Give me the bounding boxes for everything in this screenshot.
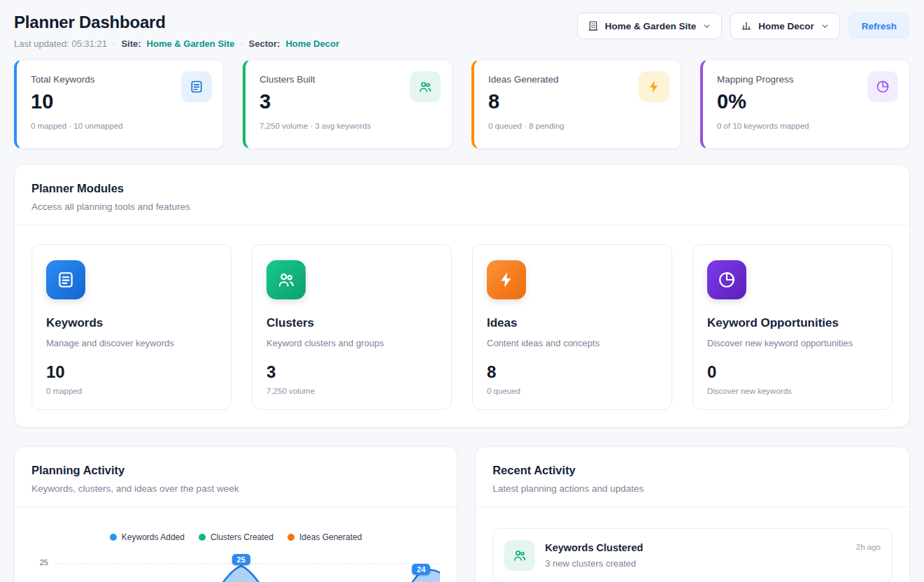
legend-item-ideas-generated: Ideas Generated (287, 532, 362, 542)
document-icon (46, 260, 85, 299)
module-card-keyword-opportunities[interactable]: Keyword Opportunities Discover new keywo… (692, 244, 893, 410)
site-link[interactable]: Home & Garden Site (147, 38, 235, 49)
chevron-down-icon (702, 22, 711, 31)
stat-card-mapping-progress: Mapping Progress 0% 0 of 10 keywords map… (700, 59, 910, 149)
section-subtitle: Keywords, clusters, and ideas over the p… (31, 483, 440, 494)
legend-label: Ideas Generated (299, 532, 362, 542)
section-subtitle: Latest planning actions and updates (492, 483, 893, 494)
module-value: 0 (707, 362, 878, 382)
section-subtitle: Access all planning tools and features (31, 201, 893, 212)
lightning-icon (639, 71, 669, 102)
document-icon (181, 71, 212, 102)
sector-selector-value: Home Decor (758, 21, 814, 31)
users-icon (266, 260, 306, 299)
legend-item-keywords-added: Keywords Added (110, 532, 185, 542)
activity-description: 3 new clusters created (545, 558, 643, 569)
site-label: Site: (121, 38, 141, 49)
header-heading: Planner Dashboard Last updated: 05:31:21… (14, 13, 339, 49)
page-title: Planner Dashboard (14, 13, 339, 32)
modules-grid: Keywords Manage and discover keywords 10… (31, 244, 893, 410)
stat-detail: 0 of 10 keywords mapped (717, 122, 895, 130)
site-selector-dropdown[interactable]: Home & Garden Site (577, 13, 723, 39)
module-card-keywords[interactable]: Keywords Manage and discover keywords 10… (31, 244, 232, 410)
section-title: Planning Activity (31, 464, 440, 477)
module-title: Ideas (487, 316, 658, 330)
module-detail: Discover new keywords (707, 387, 878, 395)
recent-activity-panel: Recent Activity Latest planning actions … (475, 446, 910, 582)
chart-y-axis: 25 (31, 553, 55, 582)
header-controls: Home & Garden Site Home Decor Refresh (577, 13, 910, 39)
building-icon (588, 20, 599, 31)
stat-detail: 7,250 volume · 3 avg keywords (260, 122, 438, 130)
module-card-clusters[interactable]: Clusters Keyword clusters and groups 3 7… (252, 244, 452, 410)
meta-separator: · (240, 38, 243, 49)
y-axis-tick: 25 (31, 558, 55, 567)
module-description: Discover new keyword opportunities (707, 338, 878, 348)
last-updated-text: Last updated: 05:31:21 (14, 38, 107, 49)
planning-activity-panel: Planning Activity Keywords, clusters, an… (14, 446, 457, 582)
page-header: Planner Dashboard Last updated: 05:31:21… (14, 13, 910, 49)
sector-link[interactable]: Home Decor (285, 38, 339, 49)
divider (15, 506, 457, 507)
activity-title: Keywords Clustered (545, 540, 643, 553)
activity-item-keywords-clustered: Keywords Clustered 3 new clusters create… (492, 528, 893, 582)
sector-label: Sector: (249, 38, 280, 49)
lightning-icon (487, 260, 526, 299)
module-value: 3 (266, 362, 437, 382)
legend-dot (110, 534, 117, 541)
section-title: Recent Activity (492, 464, 893, 477)
activity-timestamp: 2h ago (856, 540, 881, 551)
planner-dashboard-page: Planner Dashboard Last updated: 05:31:21… (0, 0, 924, 582)
refresh-button[interactable]: Refresh (848, 13, 910, 39)
users-icon (504, 540, 535, 571)
stat-detail: 0 mapped · 10 unmapped (31, 122, 209, 130)
legend-label: Keywords Added (122, 532, 185, 542)
stats-row: Total Keywords 10 0 mapped · 10 unmapped… (14, 59, 910, 149)
legend-dot (287, 534, 294, 541)
divider (476, 506, 909, 507)
module-detail: 7,250 volume (266, 387, 437, 395)
stat-card-clusters-built: Clusters Built 3 7,250 volume · 3 avg ke… (243, 59, 453, 149)
legend-item-clusters-created: Clusters Created (199, 532, 273, 542)
bar-chart-icon (741, 20, 752, 31)
planner-modules-panel: Planner Modules Access all planning tool… (14, 164, 910, 427)
stat-card-ideas-generated: Ideas Generated 8 0 queued · 8 pending (471, 59, 681, 149)
module-value: 8 (487, 362, 658, 382)
section-title: Planner Modules (31, 182, 893, 195)
module-detail: 0 mapped (46, 387, 217, 395)
planning-activity-chart: 25 25 24 (31, 553, 440, 582)
sector-selector-dropdown[interactable]: Home Decor (730, 13, 840, 39)
legend-label: Clusters Created (211, 532, 273, 542)
page-meta: Last updated: 05:31:21 · Site: Home & Ga… (14, 38, 339, 49)
data-point-label: 25 (232, 554, 250, 565)
module-title: Keywords (46, 316, 217, 330)
site-selector-value: Home & Garden Site (605, 21, 697, 31)
pie-chart-icon (867, 71, 898, 102)
bottom-row: Planning Activity Keywords, clusters, an… (14, 446, 910, 582)
stat-detail: 0 queued · 8 pending (488, 122, 667, 130)
chevron-down-icon (820, 22, 830, 31)
module-description: Manage and discover keywords (46, 338, 217, 348)
module-detail: 0 queued (487, 387, 658, 395)
meta-separator: · (113, 38, 115, 49)
legend-dot (199, 534, 206, 541)
module-description: Content ideas and concepts (487, 338, 658, 348)
module-title: Keyword Opportunities (707, 316, 878, 330)
activity-body: Keywords Clustered 3 new clusters create… (545, 540, 643, 569)
module-value: 10 (46, 362, 217, 382)
divider (15, 225, 909, 225)
chart-plot-area: 25 24 (55, 553, 440, 582)
pie-chart-icon (707, 260, 746, 299)
stat-card-total-keywords: Total Keywords 10 0 mapped · 10 unmapped (14, 59, 224, 149)
module-description: Keyword clusters and groups (266, 338, 437, 348)
chart-legend: Keywords Added Clusters Created Ideas Ge… (31, 532, 440, 542)
users-icon (410, 71, 441, 102)
data-point-label: 24 (412, 564, 430, 575)
module-title: Clusters (266, 316, 437, 330)
module-card-ideas[interactable]: Ideas Content ideas and concepts 8 0 que… (472, 244, 672, 410)
